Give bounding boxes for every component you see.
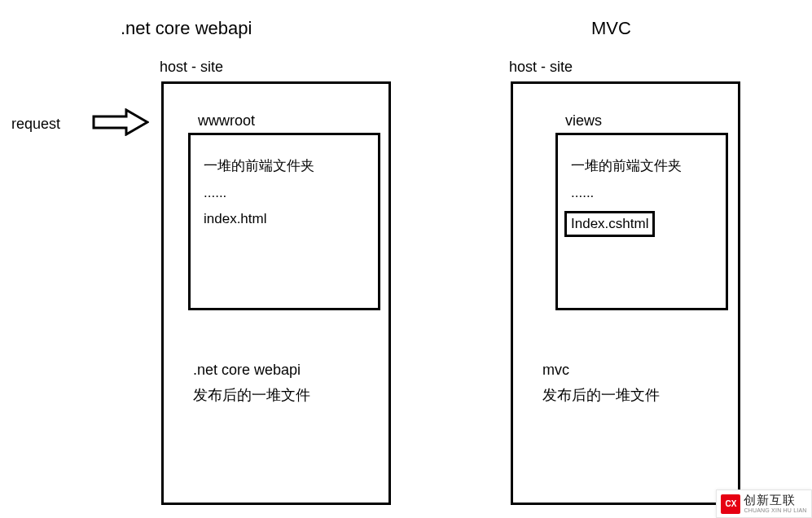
watermark-en: CHUANG XIN HU LIAN bbox=[744, 507, 806, 514]
request-arrow-icon bbox=[92, 108, 149, 136]
host-label-left: host - site bbox=[160, 59, 223, 76]
bottom-text-left: .net core webapi 发布后的一堆文件 bbox=[193, 358, 310, 407]
bottom-text-right: mvc 发布后的一堆文件 bbox=[542, 358, 660, 407]
title-right: MVC bbox=[591, 18, 631, 39]
host-site-box-left: wwwroot 一堆的前端文件夹 ...... index.html .net … bbox=[161, 81, 391, 505]
host-site-box-right: views 一堆的前端文件夹 ...... Index.cshtml mvc 发… bbox=[511, 81, 740, 505]
host-label-right: host - site bbox=[509, 59, 573, 76]
folder-box-left: 一堆的前端文件夹 ...... index.html bbox=[188, 133, 380, 310]
folder-contents-line: ...... bbox=[571, 185, 713, 201]
index-file-right: Index.cshtml bbox=[564, 211, 655, 237]
folder-contents-line: 一堆的前端文件夹 bbox=[571, 156, 713, 175]
bottom-line: 发布后的一堆文件 bbox=[193, 383, 310, 408]
folder-box-right: 一堆的前端文件夹 ...... Index.cshtml bbox=[555, 133, 728, 310]
bottom-line: 发布后的一堆文件 bbox=[542, 383, 660, 408]
folder-contents-line: ...... bbox=[204, 185, 365, 201]
watermark-cn: 创新互联 bbox=[744, 494, 806, 507]
folder-label-left: wwwroot bbox=[198, 112, 255, 130]
watermark-logo-icon: CX bbox=[721, 494, 740, 514]
watermark-text: 创新互联 CHUANG XIN HU LIAN bbox=[744, 494, 806, 513]
bottom-line: .net core webapi bbox=[193, 358, 310, 383]
title-left: .net core webapi bbox=[121, 18, 252, 39]
folder-label-right: views bbox=[565, 112, 602, 130]
folder-contents-line: 一堆的前端文件夹 bbox=[204, 156, 365, 175]
watermark: CX 创新互联 CHUANG XIN HU LIAN bbox=[716, 489, 812, 518]
bottom-line: mvc bbox=[542, 358, 660, 383]
index-file-left: index.html bbox=[204, 211, 365, 227]
request-label: request bbox=[11, 116, 60, 133]
